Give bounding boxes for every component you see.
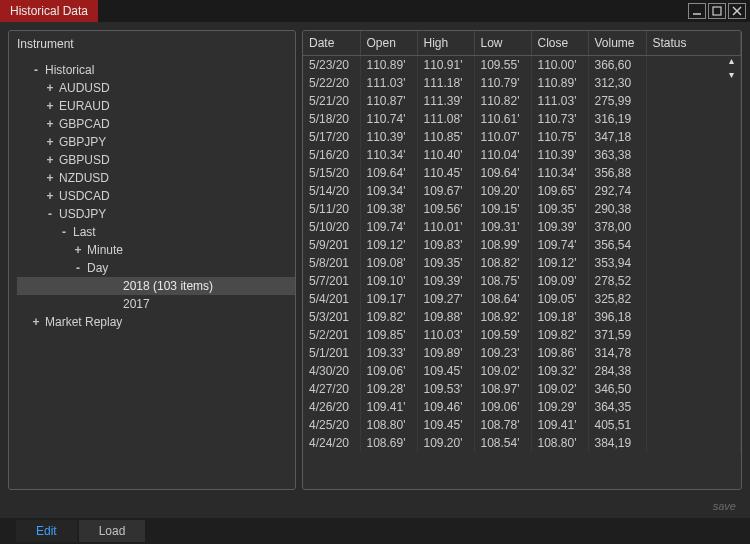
table-row[interactable]: 5/3/201109.82'109.88'108.92'109.18'396,1… (303, 308, 741, 326)
cell: 109.05' (531, 290, 588, 308)
tab-load[interactable]: Load (79, 520, 146, 542)
cell: 353,94 (588, 254, 646, 272)
tree-last[interactable]: -Last (17, 223, 295, 241)
table-row[interactable]: 5/23/20110.89'110.91'109.55'110.00'366,6… (303, 56, 741, 75)
table-row[interactable]: 4/27/20109.28'109.53'108.97'109.02'346,5… (303, 380, 741, 398)
expand-icon[interactable]: + (31, 313, 41, 331)
table-row[interactable]: 5/2/201109.85'110.03'109.59'109.82'371,5… (303, 326, 741, 344)
cell (646, 344, 741, 362)
table-row[interactable]: 5/15/20109.64'110.45'109.64'110.34'356,8… (303, 164, 741, 182)
cell: 109.31' (474, 218, 531, 236)
table-row[interactable]: 5/10/20109.74'110.01'109.31'109.39'378,0… (303, 218, 741, 236)
col-open[interactable]: Open (360, 31, 417, 56)
tree-symbol-nzdusd[interactable]: +NZDUSD (17, 169, 295, 187)
cell: 5/11/20 (303, 200, 360, 218)
cell: 109.82' (531, 326, 588, 344)
tab-strip: Edit Load (0, 518, 750, 544)
table-row[interactable]: 5/18/20110.74'111.08'110.61'110.73'316,1… (303, 110, 741, 128)
tree-symbol-euraud[interactable]: +EURAUD (17, 97, 295, 115)
table-row[interactable]: 5/22/20111.03'111.18'110.79'110.89'312,3… (303, 74, 741, 92)
scroll-down-icon[interactable]: ▾ (724, 67, 738, 81)
tree-symbol-gbpjpy[interactable]: +GBPJPY (17, 133, 295, 151)
col-high[interactable]: High (417, 31, 474, 56)
collapse-icon[interactable]: - (59, 223, 69, 241)
table-row[interactable]: 4/26/20109.41'109.46'109.06'109.29'364,3… (303, 398, 741, 416)
cell: 109.74' (360, 218, 417, 236)
expand-icon[interactable]: + (45, 169, 55, 187)
cell: 109.45' (417, 362, 474, 380)
cell: 109.17' (360, 290, 417, 308)
tree-minute[interactable]: +Minute (17, 241, 295, 259)
tree-label: GBPUSD (59, 151, 110, 169)
minimize-button[interactable] (688, 3, 706, 19)
table-row[interactable]: 5/7/201109.10'109.39'108.75'109.09'278,5… (303, 272, 741, 290)
cell: 284,38 (588, 362, 646, 380)
cell: 109.46' (417, 398, 474, 416)
cell: 109.02' (474, 362, 531, 380)
cell: 109.85' (360, 326, 417, 344)
table-row[interactable]: 4/25/20108.80'109.45'108.78'109.41'405,5… (303, 416, 741, 434)
table-row[interactable]: 4/24/20108.69'109.20'108.54'108.80'384,1… (303, 434, 741, 452)
col-date[interactable]: Date (303, 31, 360, 56)
scroll-up-icon[interactable]: ▴ (724, 53, 738, 67)
cell: 5/10/20 (303, 218, 360, 236)
expand-icon[interactable]: + (73, 241, 83, 259)
table-row[interactable]: 4/30/20109.06'109.45'109.02'109.32'284,3… (303, 362, 741, 380)
close-button[interactable] (728, 3, 746, 19)
tree-symbol-usdjpy[interactable]: -USDJPY (17, 205, 295, 223)
expand-icon[interactable]: + (45, 133, 55, 151)
collapse-icon[interactable]: - (31, 61, 41, 79)
cell (646, 218, 741, 236)
cell: 5/22/20 (303, 74, 360, 92)
cell: 110.79' (474, 74, 531, 92)
cell: 109.41' (360, 398, 417, 416)
cell: 109.53' (417, 380, 474, 398)
expand-icon[interactable]: + (45, 187, 55, 205)
save-link[interactable]: save (713, 500, 736, 512)
table-row[interactable]: 5/1/201109.33'109.89'109.23'109.86'314,7… (303, 344, 741, 362)
tree-symbol-gbpcad[interactable]: +GBPCAD (17, 115, 295, 133)
cell: 384,19 (588, 434, 646, 452)
tree-year[interactable]: 2017 (17, 295, 295, 313)
tree-symbol-gbpusd[interactable]: +GBPUSD (17, 151, 295, 169)
table-row[interactable]: 5/4/201109.17'109.27'108.64'109.05'325,8… (303, 290, 741, 308)
cell: 316,19 (588, 110, 646, 128)
col-low[interactable]: Low (474, 31, 531, 56)
tree-symbol-audusd[interactable]: +AUDUSD (17, 79, 295, 97)
cell: 110.74' (360, 110, 417, 128)
cell: 109.55' (474, 56, 531, 75)
cell (646, 236, 741, 254)
col-close[interactable]: Close (531, 31, 588, 56)
expand-icon[interactable]: + (45, 79, 55, 97)
table-row[interactable]: 5/21/20110.87'111.39'110.82'111.03'275,9… (303, 92, 741, 110)
tree-symbol-usdcad[interactable]: +USDCAD (17, 187, 295, 205)
cell: 275,99 (588, 92, 646, 110)
expand-icon[interactable]: + (45, 151, 55, 169)
svg-rect-1 (713, 7, 721, 15)
collapse-icon[interactable]: - (73, 259, 83, 277)
cell: 108.78' (474, 416, 531, 434)
tree-year[interactable]: 2018 (103 items) (17, 277, 295, 295)
table-row[interactable]: 5/17/20110.39'110.85'110.07'110.75'347,1… (303, 128, 741, 146)
col-status[interactable]: Status (646, 31, 741, 56)
cell: 5/9/201 (303, 236, 360, 254)
expand-icon[interactable]: + (45, 97, 55, 115)
tree-market-replay[interactable]: +Market Replay (17, 313, 295, 331)
collapse-icon[interactable]: - (45, 205, 55, 223)
table-row[interactable]: 5/9/201109.12'109.83'108.99'109.74'356,5… (303, 236, 741, 254)
expand-icon[interactable]: + (45, 115, 55, 133)
tree-historical[interactable]: -Historical (17, 61, 295, 79)
table-row[interactable]: 5/11/20109.38'109.56'109.15'109.35'290,3… (303, 200, 741, 218)
table-row[interactable]: 5/16/20110.34'110.40'110.04'110.39'363,3… (303, 146, 741, 164)
cell: 111.39' (417, 92, 474, 110)
col-volume[interactable]: Volume (588, 31, 646, 56)
cell (646, 128, 741, 146)
table-row[interactable]: 5/8/201109.08'109.35'108.82'109.12'353,9… (303, 254, 741, 272)
cell: 111.03' (360, 74, 417, 92)
tab-edit[interactable]: Edit (16, 520, 77, 542)
table-row[interactable]: 5/14/20109.34'109.67'109.20'109.65'292,7… (303, 182, 741, 200)
tree-day[interactable]: -Day (17, 259, 295, 277)
maximize-button[interactable] (708, 3, 726, 19)
tree-label: Day (87, 259, 108, 277)
tree-label: Last (73, 223, 96, 241)
